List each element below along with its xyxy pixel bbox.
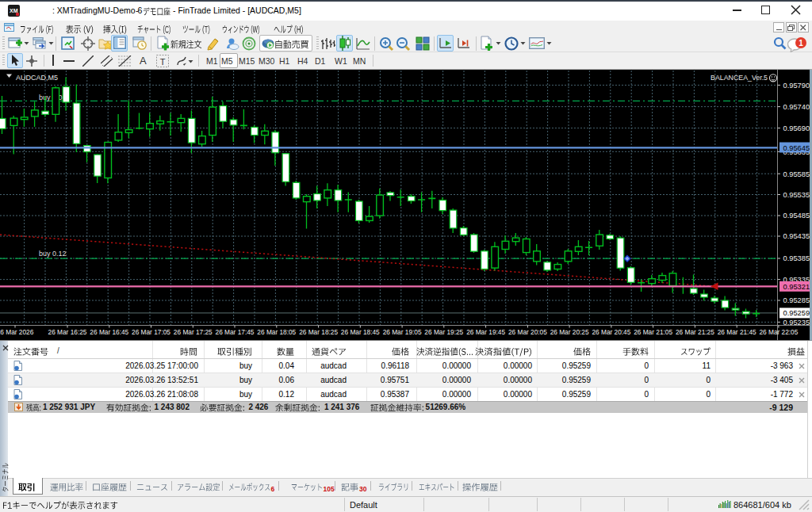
svg-text:26 Mar 18:05: 26 Mar 18:05 bbox=[257, 328, 296, 336]
svg-text:26 Mar 21:25: 26 Mar 21:25 bbox=[676, 328, 714, 336]
svg-text:0.95485: 0.95485 bbox=[783, 212, 810, 220]
svg-text:0.95690: 0.95690 bbox=[783, 124, 810, 132]
svg-text:0.95235: 0.95235 bbox=[783, 319, 810, 327]
svg-text:26 Mar 16:45: 26 Mar 16:45 bbox=[90, 328, 128, 336]
svg-text:26 Mar 20:05: 26 Mar 20:05 bbox=[508, 328, 547, 336]
svg-text:26 Mar 17:45: 26 Mar 17:45 bbox=[216, 328, 255, 336]
svg-text:0.95321: 0.95321 bbox=[783, 283, 810, 291]
svg-text:0.95535: 0.95535 bbox=[783, 191, 810, 199]
svg-text:0.95790: 0.95790 bbox=[783, 82, 810, 90]
svg-text:0.95740: 0.95740 bbox=[783, 103, 810, 111]
svg-text:0.95385: 0.95385 bbox=[783, 254, 810, 262]
svg-text:T: T bbox=[160, 57, 166, 67]
svg-text:26 Mar 19:25: 26 Mar 19:25 bbox=[424, 328, 463, 336]
svg-text:26 Mar 19:05: 26 Mar 19:05 bbox=[383, 328, 422, 336]
svg-text:26 Mar 17:25: 26 Mar 17:25 bbox=[174, 328, 213, 336]
svg-text:26 Mar 16:25: 26 Mar 16:25 bbox=[48, 328, 87, 336]
svg-text:0.95259: 0.95259 bbox=[783, 309, 810, 317]
svg-text:buy 0.12: buy 0.12 bbox=[39, 250, 67, 258]
svg-text:26 Mar 18:25: 26 Mar 18:25 bbox=[299, 328, 338, 336]
svg-text:26 Mar 19:45: 26 Mar 19:45 bbox=[466, 328, 505, 336]
svg-text:1: 1 bbox=[799, 39, 803, 48]
svg-text:26 Mar 21:45: 26 Mar 21:45 bbox=[718, 328, 756, 336]
svg-text:0.95645: 0.95645 bbox=[783, 144, 810, 152]
svg-text:26 Mar 2026: 26 Mar 2026 bbox=[0, 328, 34, 336]
svg-text:26 Mar 22:05: 26 Mar 22:05 bbox=[759, 328, 798, 336]
svg-text:BALANCEA_Ver.5: BALANCEA_Ver.5 bbox=[710, 74, 768, 82]
svg-text:0.95585: 0.95585 bbox=[783, 170, 810, 178]
svg-text:0.95435: 0.95435 bbox=[783, 232, 810, 240]
svg-text:26 Mar 17:05: 26 Mar 17:05 bbox=[132, 328, 170, 336]
svg-text:26 Mar 18:45: 26 Mar 18:45 bbox=[341, 328, 380, 336]
svg-text:26 Mar 20:25: 26 Mar 20:25 bbox=[550, 328, 589, 336]
svg-text:0.95285: 0.95285 bbox=[783, 296, 810, 304]
svg-text:AUDCAD,M5: AUDCAD,M5 bbox=[16, 74, 58, 82]
svg-text:26 Mar 20:45: 26 Mar 20:45 bbox=[592, 328, 630, 336]
svg-text:26 Mar 21:05: 26 Mar 21:05 bbox=[634, 328, 672, 336]
